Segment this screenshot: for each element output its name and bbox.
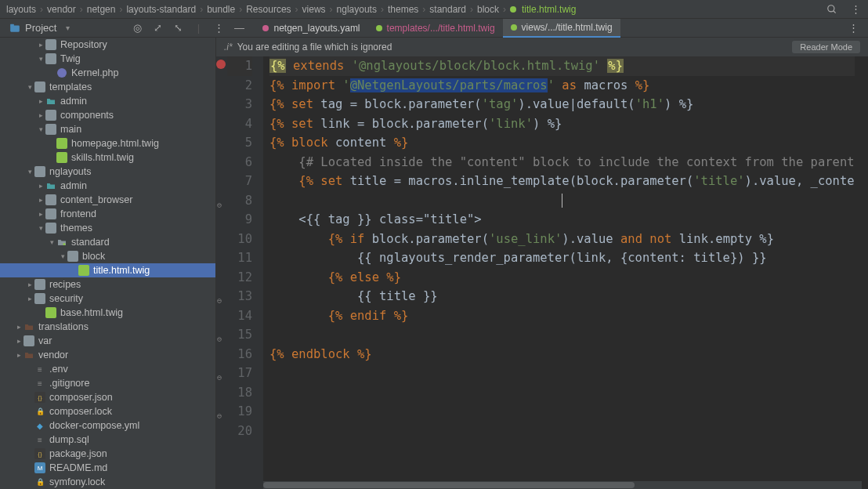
breadcrumb-item[interactable]: layouts <box>6 4 36 15</box>
tree-item[interactable]: base.html.twig <box>0 306 215 320</box>
expand-toggle[interactable]: ▸ <box>14 323 24 331</box>
tree-item[interactable]: ▾templates <box>0 80 215 94</box>
tree-item[interactable]: ▸vendor <box>0 348 215 362</box>
tree-item[interactable]: ▸translations <box>0 320 215 334</box>
expand-toggle[interactable]: ▾ <box>47 238 56 246</box>
code-area[interactable]: ⊖⊖⊖⊖⊖ 1234567891011121314151617181920 {%… <box>216 56 868 489</box>
breadcrumb-item[interactable]: views <box>302 4 326 15</box>
search-icon[interactable] <box>826 3 838 16</box>
tree-item[interactable]: ≡.gitignore <box>0 376 215 390</box>
fold-icon[interactable]: ⊖ <box>217 407 222 426</box>
tree-item-label: var <box>38 335 52 346</box>
tree-item[interactable]: ▾Twig <box>0 52 215 66</box>
target-icon[interactable]: ◎ <box>131 22 143 34</box>
file-type-icon <box>376 25 382 31</box>
tree-item[interactable]: homepage.html.twig <box>0 136 215 150</box>
fold-icon[interactable]: ⊖ <box>217 368 222 388</box>
tree-item[interactable]: ▾themes <box>0 221 215 235</box>
expand-toggle[interactable]: ▾ <box>36 224 45 232</box>
tree-item[interactable]: ▸content_browser <box>0 193 215 207</box>
tree-item[interactable]: ▾standard <box>0 235 215 249</box>
breadcrumb[interactable]: layouts›vendor›netgen›layouts-standard›b… <box>6 4 826 15</box>
editor-tab[interactable]: views/.../title.html.twig <box>503 19 620 38</box>
expand-toggle[interactable]: ▸ <box>14 337 24 345</box>
folder-icon <box>34 293 45 304</box>
editor-tab[interactable]: templates/.../title.html.twig <box>368 19 503 38</box>
tree-item-label: admin <box>60 180 87 191</box>
expand-toggle[interactable]: ▸ <box>25 295 34 302</box>
breadcrumb-item[interactable]: vendor <box>47 4 76 15</box>
folder-icon <box>67 251 78 262</box>
tree-item[interactable]: title.html.twig <box>0 263 215 277</box>
project-tree[interactable]: ▸Repository▾Twig Kernel.php▾templates▸ad… <box>0 38 216 489</box>
breadcrumb-bar: layouts›vendor›netgen›layouts-standard›b… <box>0 0 868 19</box>
expand-toggle[interactable]: ▸ <box>36 97 45 105</box>
tree-item[interactable]: {}composer.json <box>0 390 215 404</box>
expand-toggle[interactable]: ▾ <box>36 125 45 133</box>
fold-icon[interactable]: ⊖ <box>217 292 222 311</box>
expand-toggle[interactable]: ▸ <box>36 210 45 218</box>
tree-item[interactable]: ▸admin <box>0 94 215 108</box>
tree-item[interactable]: ▸admin <box>0 179 215 193</box>
docker-icon: ◆ <box>34 420 45 431</box>
expand-toggle[interactable]: ▸ <box>36 182 45 190</box>
expand-toggle[interactable]: ▸ <box>36 196 45 204</box>
tree-item[interactable]: ▸recipes <box>0 277 215 292</box>
tree-item-label: recipes <box>49 279 81 290</box>
breadcrumb-item[interactable]: nglayouts <box>337 4 377 15</box>
breadcrumb-item[interactable]: netgen <box>87 4 116 15</box>
tree-item[interactable]: ▸components <box>0 108 215 122</box>
breadcrumb-item[interactable]: layouts-standard <box>126 4 196 15</box>
more-icon[interactable]: ⋮ <box>212 22 225 34</box>
tree-item[interactable]: ≡.env <box>0 362 215 376</box>
tree-item[interactable]: ▾nglayouts <box>0 165 215 179</box>
editor-tabs: netgen_layouts.yamltemplates/.../title.h… <box>255 19 865 38</box>
tree-item[interactable]: ◆docker-compose.yml <box>0 418 215 433</box>
breakpoint-icon[interactable] <box>216 60 226 69</box>
expand-toggle[interactable]: ▾ <box>25 83 34 91</box>
tree-item[interactable]: ▸frontend <box>0 207 215 221</box>
tree-item[interactable]: MREADME.md <box>0 461 215 475</box>
tree-item[interactable]: 🔒composer.lock <box>0 404 215 418</box>
tree-item[interactable]: 🔒symfony.lock <box>0 475 215 489</box>
expand-toggle[interactable]: ▾ <box>36 55 45 63</box>
fold-icon[interactable]: ⊖ <box>217 196 222 216</box>
breadcrumb-item[interactable]: themes <box>388 4 418 15</box>
tree-item[interactable]: ▸var <box>0 334 215 348</box>
project-selector[interactable]: Project ▾ <box>3 22 76 34</box>
tree-item[interactable]: ▾main <box>0 122 215 136</box>
ignored-file-banner: .i* You are editing a file which is igno… <box>216 38 868 56</box>
breadcrumb-item[interactable]: block <box>477 4 499 15</box>
fold-icon[interactable]: ⊖ <box>217 330 222 350</box>
minimize-icon[interactable]: — <box>233 22 245 34</box>
twig-icon <box>78 265 89 276</box>
breadcrumb-item[interactable]: bundle <box>207 4 235 15</box>
tree-item[interactable]: ▾block <box>0 249 215 263</box>
tree-item[interactable]: ▸security <box>0 292 215 306</box>
tree-item[interactable]: skills.html.twig <box>0 150 215 165</box>
reader-mode-button[interactable]: Reader Mode <box>792 41 860 53</box>
expand-toggle[interactable]: ▾ <box>58 252 67 260</box>
expand-icon[interactable]: ⤢ <box>151 22 164 34</box>
more-menu-icon[interactable]: ⋮ <box>849 3 862 16</box>
expand-toggle[interactable]: ▸ <box>25 281 34 288</box>
breadcrumb-item[interactable]: Resources <box>246 4 291 15</box>
scrollbar-thumb[interactable] <box>263 482 635 488</box>
tree-item-label: admin <box>60 96 87 107</box>
tree-item-label: themes <box>60 223 92 234</box>
tree-item[interactable]: {}package.json <box>0 447 215 461</box>
file-icon: ≡ <box>34 434 45 445</box>
horizontal-scrollbar[interactable] <box>263 481 862 489</box>
collapse-icon[interactable]: ⤡ <box>172 22 184 34</box>
expand-toggle[interactable]: ▸ <box>36 111 45 119</box>
editor-tab[interactable]: netgen_layouts.yaml <box>255 19 367 38</box>
expand-toggle[interactable]: ▸ <box>14 351 24 359</box>
tree-item[interactable]: Kernel.php <box>0 66 215 80</box>
tree-item[interactable]: ▸Repository <box>0 38 215 52</box>
tree-item[interactable]: ≡dump.sql <box>0 433 215 447</box>
expand-toggle[interactable]: ▾ <box>25 168 34 176</box>
expand-toggle[interactable]: ▸ <box>36 41 45 49</box>
breadcrumb-item[interactable]: standard <box>429 4 466 15</box>
folder-icon <box>24 335 34 346</box>
tabs-more-icon[interactable]: ⋮ <box>842 22 865 34</box>
